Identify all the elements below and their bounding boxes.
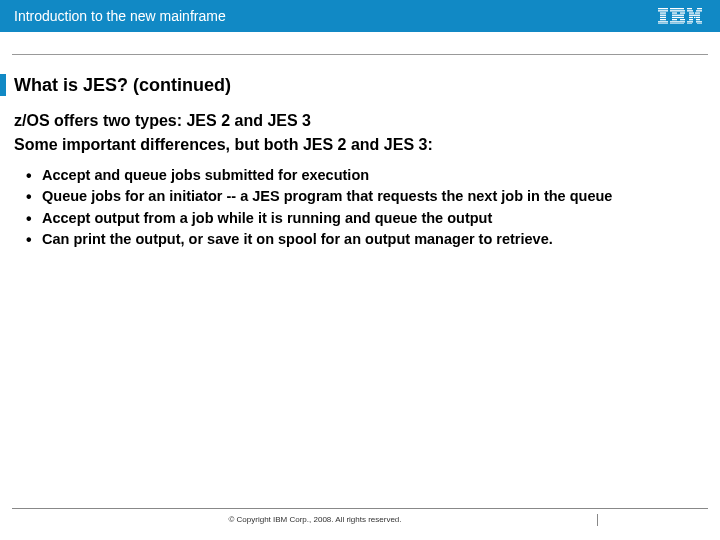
svg-rect-25 xyxy=(689,17,693,18)
svg-rect-30 xyxy=(687,21,693,22)
svg-rect-32 xyxy=(687,23,692,24)
footer-divider xyxy=(12,508,708,509)
slide-body: z/OS offers two types: JES 2 and JES 3 S… xyxy=(0,110,720,251)
svg-rect-18 xyxy=(687,8,692,9)
title-accent-bar xyxy=(0,74,6,96)
slide-title-row: What is JES? (continued) xyxy=(0,74,720,96)
svg-rect-12 xyxy=(672,15,684,16)
svg-rect-24 xyxy=(689,15,700,16)
svg-rect-10 xyxy=(672,12,677,13)
svg-rect-7 xyxy=(658,23,668,24)
bullet-list: Accept and queue jobs submitted for exec… xyxy=(14,159,696,251)
svg-rect-23 xyxy=(695,12,700,13)
svg-rect-4 xyxy=(660,17,666,18)
svg-rect-8 xyxy=(670,8,684,9)
footer: © Copyright IBM Corp., 2008. All rights … xyxy=(12,508,708,524)
svg-rect-27 xyxy=(696,17,700,18)
svg-rect-6 xyxy=(658,21,668,22)
bullet-item: Queue jobs for an initiator -- a JES pro… xyxy=(42,186,696,208)
svg-rect-20 xyxy=(687,10,693,11)
svg-rect-5 xyxy=(660,19,666,20)
svg-rect-17 xyxy=(670,23,684,24)
svg-rect-31 xyxy=(696,21,702,22)
divider xyxy=(12,54,708,55)
svg-rect-0 xyxy=(658,8,668,9)
ibm-logo-icon xyxy=(658,8,702,24)
slide-title: What is JES? (continued) xyxy=(14,75,231,96)
svg-rect-1 xyxy=(658,10,668,11)
svg-rect-21 xyxy=(696,10,702,11)
header-bar: Introduction to the new mainframe xyxy=(0,0,720,32)
svg-rect-2 xyxy=(660,12,666,13)
svg-rect-22 xyxy=(689,12,694,13)
svg-rect-33 xyxy=(697,23,702,24)
svg-rect-15 xyxy=(680,19,685,20)
bullet-item: Accept output from a job while it is run… xyxy=(42,208,696,230)
svg-rect-9 xyxy=(670,10,685,11)
slide-content: What is JES? (continued) z/OS offers two… xyxy=(0,32,720,251)
intro-line: Some important differences, but both JES… xyxy=(14,134,696,156)
svg-rect-11 xyxy=(680,12,685,13)
svg-rect-13 xyxy=(672,17,684,18)
svg-rect-29 xyxy=(696,19,700,20)
bullet-item: Can print the output, or save it on spoo… xyxy=(42,229,696,251)
footer-copyright: © Copyright IBM Corp., 2008. All rights … xyxy=(12,515,708,524)
bullet-item: Accept and queue jobs submitted for exec… xyxy=(42,165,696,187)
svg-rect-28 xyxy=(689,19,693,20)
svg-rect-19 xyxy=(697,8,702,9)
footer-separator xyxy=(597,514,598,526)
svg-rect-14 xyxy=(672,19,677,20)
svg-rect-26 xyxy=(694,17,696,18)
header-title: Introduction to the new mainframe xyxy=(14,8,226,24)
svg-rect-16 xyxy=(670,21,685,22)
intro-line: z/OS offers two types: JES 2 and JES 3 xyxy=(14,110,696,132)
svg-rect-3 xyxy=(660,15,666,16)
